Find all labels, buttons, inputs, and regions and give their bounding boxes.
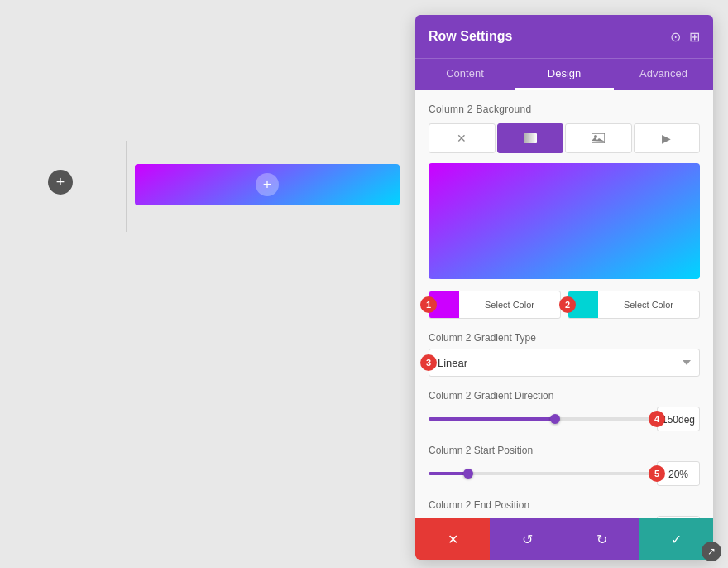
layout-icon[interactable]: ⊞ (689, 29, 700, 45)
color-stops-row: 1 Select Color 2 Select Color (429, 291, 700, 319)
badge-1: 1 (420, 296, 437, 313)
gradient-direction-slider-row: 150deg 4 (429, 407, 700, 431)
column-divider (126, 141, 127, 232)
gradient-type-label: Column 2 Gradient Type (429, 332, 700, 344)
bg-type-row: ✕ ▶ (429, 123, 700, 153)
reset-button[interactable]: ↺ (490, 518, 564, 560)
row-preview: + (135, 164, 400, 205)
end-position-value-wrapper: 60% 6 (657, 516, 700, 518)
tab-advanced[interactable]: Advanced (614, 59, 713, 90)
end-position-value: 60% (657, 516, 700, 518)
select-color-btn-2[interactable]: Select Color (598, 300, 699, 310)
gradient-direction-fill (429, 417, 555, 421)
badge-4: 4 (649, 411, 665, 427)
start-position-value-wrapper: 20% 5 (657, 461, 700, 486)
panel-title: Row Settings (429, 29, 512, 44)
start-position-track[interactable] (429, 472, 650, 475)
tab-design[interactable]: Design (515, 59, 614, 90)
gradient-direction-thumb[interactable] (550, 414, 560, 424)
panel-header-icons: ⊙ ⊞ (670, 29, 700, 45)
image-icon (592, 133, 605, 143)
badge-5: 5 (649, 465, 665, 482)
save-icon: ✓ (671, 532, 682, 547)
gradient-type-group: Column 2 Gradient Type 3 Linear Radial (429, 332, 700, 377)
gradient-direction-group: Column 2 Gradient Direction 150deg 4 (429, 390, 700, 431)
gradient-direction-value-wrapper: 150deg 4 (657, 407, 700, 431)
color-stop-2[interactable]: Select Color (568, 291, 700, 319)
gradient-type-select[interactable]: Linear Radial (429, 349, 700, 377)
start-position-label: Column 2 Start Position (429, 445, 700, 456)
start-position-group: Column 2 Start Position 20% 5 (429, 445, 700, 486)
badge-2: 2 (559, 296, 576, 313)
start-position-fill (429, 472, 468, 475)
gradient-type-select-wrapper: 3 Linear Radial (429, 349, 700, 377)
cancel-button[interactable]: ✕ (415, 518, 490, 560)
color-stop-1-wrapper: 1 Select Color (429, 291, 561, 319)
svg-rect-1 (592, 133, 605, 143)
bg-type-image[interactable] (565, 123, 632, 153)
settings-panel: Row Settings ⊙ ⊞ Content Design Advanced… (415, 15, 713, 560)
svg-rect-0 (524, 133, 537, 143)
help-button[interactable]: ↗ (702, 542, 721, 561)
color-stop-2-wrapper: 2 Select Color (568, 291, 700, 319)
redo-icon: ↻ (596, 532, 607, 547)
start-position-slider-row: 20% 5 (429, 461, 700, 486)
end-position-group: Column 2 End Position 60% 6 (429, 499, 700, 518)
bg-type-video[interactable]: ▶ (634, 123, 701, 153)
panel-header: Row Settings ⊙ ⊞ (415, 15, 713, 58)
bg-type-none[interactable]: ✕ (429, 123, 496, 153)
add-row-button-left[interactable]: + (48, 170, 73, 195)
reset-icon: ↺ (522, 532, 533, 547)
color-stop-1[interactable]: Select Color (429, 291, 561, 319)
gradient-icon (524, 133, 537, 143)
redo-button[interactable]: ↻ (564, 518, 639, 560)
select-color-btn-1[interactable]: Select Color (459, 300, 560, 310)
svg-point-2 (594, 135, 597, 138)
start-position-thumb[interactable] (463, 469, 473, 479)
cancel-icon: ✕ (448, 532, 458, 547)
bg-type-gradient[interactable] (497, 123, 564, 153)
add-row-button-center[interactable]: + (256, 173, 279, 196)
tab-content[interactable]: Content (415, 59, 515, 90)
panel-footer: ✕ ↺ ↻ ✓ (415, 518, 713, 560)
end-position-label: Column 2 End Position (429, 499, 700, 511)
badge-3: 3 (420, 354, 437, 371)
panel-tabs: Content Design Advanced (415, 58, 713, 90)
bg-section-label: Column 2 Background (429, 103, 700, 115)
reset-icon[interactable]: ⊙ (670, 29, 681, 45)
gradient-preview (429, 163, 700, 279)
gradient-direction-track[interactable] (429, 417, 650, 421)
gradient-direction-label: Column 2 Gradient Direction (429, 390, 700, 402)
panel-body: Column 2 Background ✕ ▶ (415, 90, 713, 518)
